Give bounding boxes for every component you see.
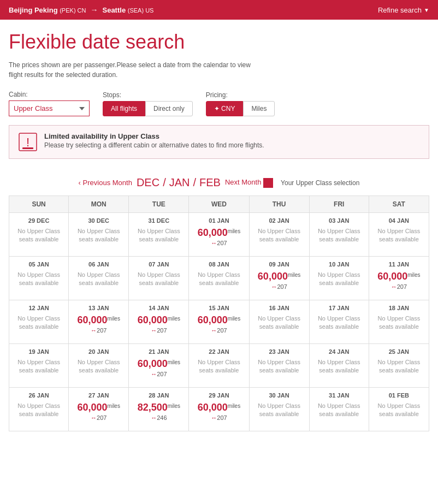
calendar-cell[interactable]: 27 JAN60,000miles↔207 xyxy=(69,388,129,431)
no-seats-text: No Upper Classseats available xyxy=(313,271,365,288)
refine-search-button[interactable]: Refine search ▼ xyxy=(378,6,429,14)
calendar-cell[interactable]: 30 JANNo Upper Classseats available xyxy=(249,388,309,431)
calendar-cell[interactable]: 19 JANNo Upper Classseats available xyxy=(9,344,69,388)
calendar-cell[interactable]: 10 JANNo Upper Classseats available xyxy=(309,257,369,300)
calendar-cell[interactable]: 21 JAN60,000miles↔207 xyxy=(129,344,189,388)
calendar-cell[interactable]: 12 JANNo Upper Classseats available xyxy=(9,300,69,344)
calendar-cell[interactable]: 15 JAN60,000miles↔207 xyxy=(189,300,249,344)
calendar-week-row: 05 JANNo Upper Classseats available06 JA… xyxy=(9,257,429,300)
calendar-cell[interactable]: 14 JAN60,000miles↔207 xyxy=(129,300,189,344)
calendar-cell[interactable]: 29 JAN60,000miles↔207 xyxy=(189,388,249,431)
calendar-cell[interactable]: 01 JAN60,000miles↔207 xyxy=(189,213,249,257)
price-miles: 60,000miles xyxy=(138,358,180,370)
cell-date: 25 JAN xyxy=(372,348,425,355)
calendar-cell[interactable]: 04 JANNo Upper Classseats available xyxy=(369,213,429,257)
cell-date: 22 JAN xyxy=(192,348,245,355)
cell-date: 12 JAN xyxy=(13,305,65,311)
calendar-cell[interactable]: 28 JAN82,500miles↔246 xyxy=(129,388,189,431)
no-seats-text: No Upper Classseats available xyxy=(13,271,65,288)
no-seats-text: No Upper Classseats available xyxy=(372,227,425,244)
day-header-thu: THU xyxy=(249,196,309,213)
alert-icon: ! xyxy=(18,132,38,152)
calendar-navigation: ‹ Previous Month DEC / JAN / FEB Next Mo… xyxy=(9,170,429,195)
calendar-table: SUNMONTUEWEDTHUFRISAT 29 DECNo Upper Cla… xyxy=(9,195,429,431)
stops-buttons: All flights Direct only xyxy=(103,101,193,116)
all-flights-button[interactable]: All flights xyxy=(103,101,145,116)
no-seats-text: No Upper Classseats available xyxy=(72,271,125,288)
price-cell: 60,000miles↔207 xyxy=(192,315,245,334)
chevron-down-icon: ▼ xyxy=(424,7,429,13)
calendar-cell[interactable]: 24 JANNo Upper Classseats available xyxy=(309,344,369,388)
cabin-label: Cabin: xyxy=(9,91,90,98)
price-tax: ↔207 xyxy=(391,283,407,290)
price-cell: 60,000miles↔207 xyxy=(192,227,245,246)
price-tax: ↔207 xyxy=(91,414,106,421)
cabin-select[interactable]: Upper Class Premium Economy Economy xyxy=(9,100,90,116)
calendar-cell[interactable]: 23 JANNo Upper Classseats available xyxy=(249,344,309,388)
calendar-header: SUNMONTUEWEDTHUFRISAT xyxy=(9,196,429,213)
calendar-cell[interactable]: 31 JANNo Upper Classseats available xyxy=(309,388,369,431)
day-header-sun: SUN xyxy=(9,196,69,213)
price-cell: 60,000miles↔207 xyxy=(132,315,185,334)
page-title: Flexible date search xyxy=(9,31,429,54)
calendar-cell[interactable]: 30 DECNo Upper Classseats available xyxy=(69,213,129,257)
calendar-container: SUNMONTUEWEDTHUFRISAT 29 DECNo Upper Cla… xyxy=(9,195,429,431)
separator2: / xyxy=(193,176,196,189)
stops-label: Stops: xyxy=(103,91,193,99)
route-arrow: → xyxy=(90,5,98,14)
calendar-cell[interactable]: 02 JANNo Upper Classseats available xyxy=(249,213,309,257)
no-seats-text: No Upper Classseats available xyxy=(313,358,365,375)
cabin-filter: Cabin: Upper Class Premium Economy Econo… xyxy=(9,91,90,116)
cell-date: 10 JAN xyxy=(313,261,365,268)
calendar-cell[interactable]: 13 JAN60,000miles↔207 xyxy=(69,300,129,344)
calendar-cell[interactable]: 29 DECNo Upper Classseats available xyxy=(9,213,69,257)
price-cell: 60,000miles↔207 xyxy=(72,402,125,421)
price-cell: 60,000miles↔207 xyxy=(253,271,306,290)
cell-date: 04 JAN xyxy=(372,217,425,224)
no-seats-text: No Upper Classseats available xyxy=(253,227,306,244)
calendar-cell[interactable]: 09 JAN60,000miles↔207 xyxy=(249,257,309,300)
calendar-cell[interactable]: 26 JANNo Upper Classseats available xyxy=(9,388,69,431)
calendar-cell[interactable]: 18 JANNo Upper Classseats available xyxy=(369,300,429,344)
price-cell: 60,000miles↔207 xyxy=(72,315,125,334)
calendar-cell[interactable]: 16 JANNo Upper Classseats available xyxy=(249,300,309,344)
cell-date: 07 JAN xyxy=(132,261,185,268)
calendar-cell[interactable]: 11 JAN60,000miles↔207 xyxy=(369,257,429,300)
pricing-filter: Pricing: ✦ CNY Miles xyxy=(206,91,275,116)
cell-date: 30 DEC xyxy=(72,217,125,224)
direct-only-button[interactable]: Direct only xyxy=(145,101,193,116)
next-month-button[interactable]: Next Month xyxy=(225,178,273,188)
no-seats-text: No Upper Classseats available xyxy=(313,315,365,331)
calendar-cell[interactable]: 05 JANNo Upper Classseats available xyxy=(9,257,69,300)
price-cell: 60,000miles↔207 xyxy=(372,271,425,290)
calendar-cell[interactable]: 31 DECNo Upper Classseats available xyxy=(129,213,189,257)
no-seats-text: No Upper Classseats available xyxy=(13,358,65,375)
cell-date: 13 JAN xyxy=(72,305,125,311)
calendar-cell[interactable]: 17 JANNo Upper Classseats available xyxy=(309,300,369,344)
no-seats-text: No Upper Classseats available xyxy=(13,402,65,419)
alert-text: Limited availability in Upper Class Plea… xyxy=(44,132,264,149)
calendar-cell[interactable]: 20 JANNo Upper Classseats available xyxy=(69,344,129,388)
cell-date: 09 JAN xyxy=(253,261,306,268)
calendar-cell[interactable]: 03 JANNo Upper Classseats available xyxy=(309,213,369,257)
calendar-week-row: 19 JANNo Upper Classseats available20 JA… xyxy=(9,344,429,388)
no-seats-text: No Upper Classseats available xyxy=(72,227,125,244)
previous-month-button[interactable]: ‹ Previous Month xyxy=(79,179,132,187)
separator1: / xyxy=(163,176,166,189)
miles-button[interactable]: Miles xyxy=(243,101,275,116)
calendar-cell[interactable]: 07 JANNo Upper Classseats available xyxy=(129,257,189,300)
route-info: Beijing Peking (PEK) CN → Seattle (SEA) … xyxy=(9,5,153,14)
calendar-cell[interactable]: 25 JANNo Upper Classseats available xyxy=(369,344,429,388)
price-cell: 60,000miles↔207 xyxy=(192,402,245,421)
price-miles: 60,000miles xyxy=(198,315,240,326)
calendar-cell[interactable]: 08 JANNo Upper Classseats available xyxy=(189,257,249,300)
calendar-cell[interactable]: 01 FEBNo Upper Classseats available xyxy=(369,388,429,431)
calendar-cell[interactable]: 22 JANNo Upper Classseats available xyxy=(189,344,249,388)
cell-date: 03 JAN xyxy=(313,217,365,224)
price-tax: ↔207 xyxy=(151,327,167,334)
day-header-mon: MON xyxy=(69,196,129,213)
day-header-tue: TUE xyxy=(129,196,189,213)
cell-date: 14 JAN xyxy=(132,305,185,311)
cny-button[interactable]: ✦ CNY xyxy=(206,101,244,116)
calendar-cell[interactable]: 06 JANNo Upper Classseats available xyxy=(69,257,129,300)
